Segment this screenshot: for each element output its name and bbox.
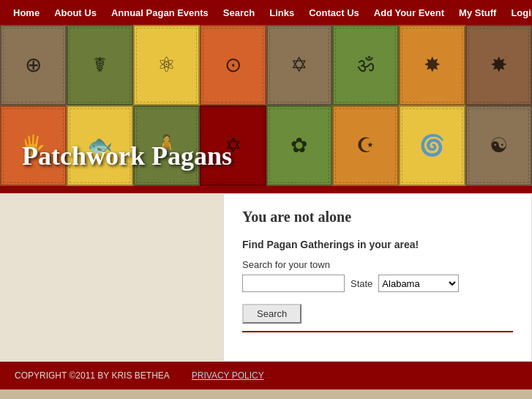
hero-section: ⊕ ☤ ⚛ ⊙ ✡ ॐ ✸ ✸ 🖐 🐟 🧍 ✡ ✿ ☪ 🌀 ☯ Patchwor… [0,25,532,186]
patch-symbol-13: ✿ [291,135,307,156]
find-gatherings-label: Find Pagan Gatherings in your area! [242,239,513,250]
content-panel: You are not alone Find Pagan Gatherings … [223,193,532,362]
patch-16: ☯ [465,105,532,186]
hero-title: Patchwork Pagans [22,141,232,171]
search-row: State Alabama Alaska Arizona Arkansas Ca… [242,275,513,292]
nav-events[interactable]: Annual Pagan Events [104,7,216,18]
patch-symbol-6: ॐ [357,55,374,75]
state-select[interactable]: Alabama Alaska Arizona Arkansas Californ… [378,275,459,292]
copyright-text: COPYRIGHT ©2011 BY KRIS BETHEA [15,370,170,381]
red-divider [0,186,532,193]
nav-contact[interactable]: Contact Us [301,7,367,18]
patch-symbol-16: ☯ [490,135,508,156]
patch-5: ✡ [266,25,333,105]
patch-3: ⚛ [133,25,200,105]
patch-symbol-4: ⊙ [225,55,241,75]
panel-divider [242,331,513,332]
search-button[interactable]: Search [242,304,301,324]
patch-13: ✿ [266,105,333,186]
main-nav: Home About Us Annual Pagan Events Search… [0,0,532,25]
patch-symbol-8: ✸ [490,55,507,75]
patch-symbol-7: ✸ [424,55,441,75]
patch-symbol-3: ⚛ [157,55,176,75]
patch-symbol-5: ✡ [291,55,307,75]
sidebar-left [0,193,223,362]
patch-4: ⊙ [200,25,266,105]
patch-symbol-1: ⊕ [25,55,42,75]
patch-symbol-2: ☤ [93,55,107,75]
patch-7: ✸ [399,25,465,105]
patch-1: ⊕ [0,25,67,105]
state-label: State [351,278,372,289]
patch-15: 🌀 [399,105,465,186]
main-area: You are not alone Find Pagan Gatherings … [0,193,532,362]
search-town-label: Search for your town [242,259,513,270]
nav-search[interactable]: Search [216,7,262,18]
footer: COPYRIGHT ©2011 BY KRIS BETHEA PRIVACY P… [0,362,532,389]
town-input[interactable] [242,275,345,292]
patch-symbol-15: 🌀 [419,135,445,156]
patch-2: ☤ [67,25,133,105]
nav-login[interactable]: Login [503,7,532,18]
patch-14: ☪ [332,105,399,186]
nav-my-stuff[interactable]: My Stuff [452,7,503,18]
patch-6: ॐ [332,25,399,105]
privacy-policy-link[interactable]: PRIVACY POLICY [192,370,264,381]
nav-links[interactable]: Links [262,7,301,18]
patch-symbol-14: ☪ [356,135,375,156]
patch-8: ✸ [465,25,532,105]
nav-home[interactable]: Home [6,7,47,18]
nav-about[interactable]: About Us [47,7,104,18]
nav-add-event[interactable]: Add Your Event [367,7,452,18]
main-heading: You are not alone [242,209,513,225]
